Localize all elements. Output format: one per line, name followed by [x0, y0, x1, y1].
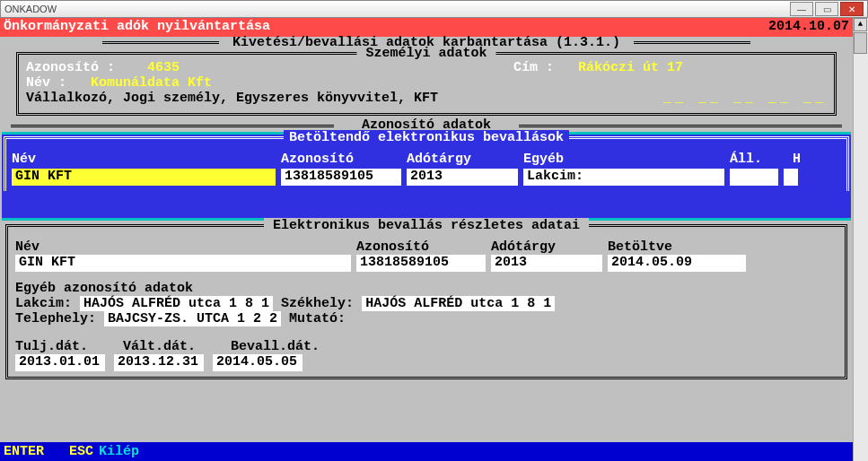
col-h: H — [793, 152, 811, 167]
blue-header-row: Név Azonosító Adótárgy Egyéb Áll. H — [12, 152, 841, 167]
szekhely-label: Székhely: — [281, 296, 354, 311]
os-titlebar: ONKADOW — ▭ ✕ — [0, 0, 868, 18]
dv-azon: 13818589105 — [356, 255, 486, 272]
dh-bet: Betöltve — [608, 239, 751, 255]
telephely-value: BAJCSY-ZS. UTCA 1 2 2 — [104, 311, 281, 326]
cell-all[interactable] — [730, 169, 778, 186]
bottom-bar: ENTER ESC Kilép — [0, 442, 853, 461]
dv-nev: GIN KFT — [15, 255, 351, 272]
dh-bev: Bevall.dát. — [231, 339, 356, 354]
scroll-thumb[interactable] — [854, 32, 867, 54]
os-scrollbar[interactable]: ▲ — [853, 18, 868, 461]
minimize-button[interactable]: — — [790, 2, 813, 16]
address-line-2: Telephely: BAJCSY-ZS. UTCA 1 2 2 Mutató: — [15, 311, 837, 326]
cell-egy[interactable]: Lakcim: — [523, 169, 724, 186]
details-box: Elektronikus bevallás részletes adatai N… — [5, 224, 847, 379]
address-line-1: Lakcim: HAJÓS ALFRÉD utca 1 8 1 Székhely… — [15, 296, 837, 311]
szemelyi-dashes: __ __ __ __ __ — [663, 91, 827, 106]
details-title: Elektronikus bevallás részletes adatai — [264, 218, 589, 233]
cell-azon[interactable]: 13818589105 — [281, 169, 401, 186]
dh-tar: Adótárgy — [491, 239, 608, 255]
window-title: ONKADOW — [4, 4, 57, 14]
cell-tar[interactable]: 2013 — [407, 169, 518, 186]
nev-label: Név : — [26, 75, 66, 91]
egyeb-title: Egyéb azonosító adatok — [15, 281, 837, 296]
dv-valt: 2013.12.31 — [114, 354, 204, 371]
dates-header: Tulj.dát. Vált.dát. Bevall.dát. — [15, 339, 837, 354]
col-egy: Egyéb — [523, 152, 730, 167]
close-button[interactable]: ✕ — [840, 2, 864, 16]
col-all: Áll. — [730, 152, 793, 167]
details-data-row: GIN KFT 13818589105 2013 2014.05.09 — [15, 255, 837, 272]
table-row[interactable]: GIN KFT 13818589105 2013 Lakcim: — [12, 169, 841, 186]
lakcim-value: HAJÓS ALFRÉD utca 1 8 1 — [80, 296, 273, 311]
cim-label: Cím : — [513, 60, 554, 75]
azon-value: 4635 — [147, 60, 180, 75]
dh-tulj: Tulj.dát. — [15, 339, 114, 354]
scroll-up-icon[interactable]: ▲ — [854, 18, 867, 31]
dv-tar: 2013 — [491, 255, 602, 272]
szemelyi-title: Személyi adatok — [356, 46, 495, 61]
dh-nev: Név — [15, 239, 356, 255]
col-nev: Név — [12, 152, 281, 167]
col-azon: Azonosító — [281, 152, 407, 167]
cell-nev[interactable]: GIN KFT — [12, 169, 276, 186]
mutato-label: Mutató: — [289, 311, 346, 326]
szekhely-value: HAJÓS ALFRÉD utca 1 8 1 — [362, 296, 555, 311]
dv-bet: 2014.05.09 — [608, 255, 746, 272]
dv-tulj: 2013.01.01 — [15, 354, 105, 371]
dh-valt: Vált.dát. — [123, 339, 222, 354]
app-date: 2014.10.07 — [768, 19, 849, 36]
telephely-label: Telephely: — [15, 311, 96, 326]
blue-title: Betöltendő elektronikus bevallások — [284, 130, 569, 145]
dv-bev: 2014.05.05 — [213, 354, 302, 371]
app-title: Önkormányzati adók nyilvántartása — [4, 19, 270, 36]
app-header: Önkormányzati adók nyilvántartása 2014.1… — [0, 18, 853, 37]
dates-row: 2013.01.01 2013.12.31 2014.05.05 — [15, 354, 837, 371]
szemelyi-box: Személyi adatok Azonosító : 4635 Cím : R… — [16, 52, 837, 116]
azon-label: Azonosító : — [26, 60, 115, 75]
lakcim-label: Lakcim: — [15, 296, 72, 311]
key-esc-label: Kilép — [99, 444, 139, 459]
col-tar: Adótárgy — [407, 152, 523, 167]
key-enter[interactable]: ENTER — [4, 444, 44, 459]
details-header-row: Név Azonosító Adótárgy Betöltve — [15, 239, 837, 255]
cim-value: Rákóczi út 17 — [578, 60, 683, 75]
blue-panel: Betöltendő elektronikus bevallások Név A… — [2, 132, 851, 221]
cell-h[interactable] — [784, 169, 798, 186]
maximize-button[interactable]: ▭ — [815, 2, 838, 16]
key-esc[interactable]: ESC — [69, 444, 93, 459]
nev-value: Komunáldata Kft — [91, 75, 212, 91]
dh-azon: Azonosító — [356, 239, 491, 255]
szemelyi-info: Vállalkozó, Jogi személy, Egyszeres köny… — [26, 91, 438, 106]
